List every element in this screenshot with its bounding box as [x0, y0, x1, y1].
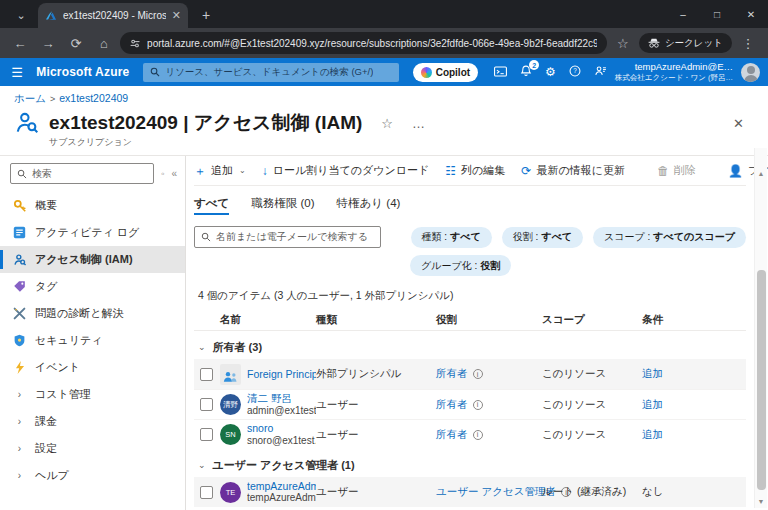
azure-brand[interactable]: Microsoft Azure: [36, 65, 129, 79]
back-button[interactable]: ←: [8, 31, 32, 55]
title-more-icon[interactable]: …: [412, 116, 426, 131]
portal-menu-icon[interactable]: ☰: [6, 65, 28, 80]
settings-gear-icon[interactable]: ⚙: [545, 66, 556, 78]
row-checkbox[interactable]: [200, 398, 213, 411]
principal-name-link[interactable]: snoro: [247, 422, 316, 435]
browser-window: ⌄ ex1test202409 - Microsoft Azur ✕ + – □…: [0, 0, 768, 510]
delete-button[interactable]: 🗑 削除: [657, 163, 696, 178]
pill-label: 役割 :: [513, 230, 539, 244]
tab-search-button[interactable]: ⌄: [8, 4, 34, 26]
cloud-shell-icon[interactable]: [494, 66, 507, 79]
info-icon[interactable]: i: [473, 369, 483, 379]
sidebar-item-billing[interactable]: › 課金: [0, 408, 185, 435]
sidebar-item-label: タグ: [35, 279, 58, 294]
sidebar-search-input[interactable]: 検索: [10, 163, 154, 184]
browser-menu-icon[interactable]: ⋮: [736, 31, 760, 55]
window-close-button[interactable]: ✕: [734, 0, 768, 28]
user-avatar: SN: [220, 424, 241, 445]
reload-button[interactable]: ⟳: [64, 31, 88, 55]
role-link[interactable]: 所有者: [436, 398, 468, 412]
scroll-down-icon[interactable]: ▼: [755, 496, 767, 508]
scrollbar-thumb[interactable]: [757, 270, 766, 490]
account-info[interactable]: tempAzureAdmin@E… 株式会社エクシード・ワン (野呂…: [615, 61, 733, 82]
col-type[interactable]: 種類: [316, 313, 436, 327]
add-button[interactable]: ＋ 追加 ⌄: [194, 163, 246, 178]
role-link[interactable]: 所有者: [436, 367, 468, 381]
principal-name-link[interactable]: tempAzureAdmin: [247, 480, 316, 493]
sidebar-item-tags[interactable]: タグ: [0, 273, 185, 300]
sidebar-item-events[interactable]: イベント: [0, 354, 185, 381]
sidebar-item-diagnose[interactable]: 問題の診断と解決: [0, 300, 185, 327]
sidebar-item-settings[interactable]: › 設定: [0, 435, 185, 462]
blade-close-icon[interactable]: ✕: [733, 116, 744, 131]
notifications-bell-icon[interactable]: 2: [520, 65, 532, 79]
browser-tab[interactable]: ex1test202409 - Microsoft Azur ✕: [38, 3, 188, 28]
sidebar-item-help[interactable]: › ヘルプ: [0, 462, 185, 489]
refresh-button[interactable]: ⟳ 最新の情報に更新: [521, 163, 625, 178]
sidebar-item-activity-log[interactable]: アクティビティ ログ: [0, 219, 185, 246]
table-row[interactable]: SN snoro snoro@ex1test… ユーザー 所有者i このリソース…: [194, 419, 746, 449]
group-header-user-access-admin[interactable]: ⌄ ユーザー アクセス管理者 (1): [194, 453, 746, 477]
tab-privileged[interactable]: 特権あり (4): [337, 196, 401, 218]
feedback-icon[interactable]: [594, 65, 607, 79]
sidebar-item-access-control-iam[interactable]: アクセス制御 (IAM): [0, 246, 185, 273]
info-icon[interactable]: i: [473, 400, 483, 410]
sidebar-item-security[interactable]: セキュリティ: [0, 327, 185, 354]
window-maximize-button[interactable]: □: [700, 0, 734, 28]
cell-type: ユーザー: [316, 398, 436, 412]
sidebar-item-label: ヘルプ: [35, 468, 69, 483]
principal-name-link[interactable]: Foreign Principal f: [247, 368, 316, 381]
home-button[interactable]: ⌂: [92, 31, 116, 55]
bookmark-star-icon[interactable]: ☆: [611, 31, 635, 55]
filter-pill-role[interactable]: 役割 :すべて: [502, 227, 583, 248]
breadcrumb-home-link[interactable]: ホーム: [14, 92, 46, 104]
tab-all[interactable]: すべて: [194, 196, 229, 218]
site-info-icon[interactable]: [130, 38, 140, 49]
tab-job-function[interactable]: 職務権限 (0): [251, 196, 314, 218]
avatar-initials: 清野: [223, 400, 238, 410]
window-minimize-button[interactable]: –: [666, 0, 700, 28]
scroll-up-icon[interactable]: ▲: [755, 168, 767, 180]
role-link[interactable]: ユーザー アクセス管理者: [436, 485, 556, 499]
sidebar-collapse-icon[interactable]: «: [171, 168, 177, 179]
col-scope[interactable]: スコープ: [542, 313, 642, 327]
sidebar-item-cost-management[interactable]: › コスト管理: [0, 381, 185, 408]
info-icon[interactable]: i: [473, 430, 483, 440]
sidebar-options-icon[interactable]: ◦: [161, 168, 165, 179]
account-avatar[interactable]: [741, 63, 760, 82]
edit-columns-button[interactable]: ☷ 列の編集: [445, 163, 505, 178]
principal-name-link[interactable]: 清二 野呂: [247, 392, 316, 405]
col-role[interactable]: 役割: [436, 313, 542, 327]
help-icon[interactable]: ?: [569, 65, 581, 79]
condition-link[interactable]: 追加: [642, 428, 746, 442]
col-name[interactable]: 名前: [220, 313, 316, 327]
filter-pill-type[interactable]: 種類 :すべて: [411, 227, 492, 248]
col-condition[interactable]: 条件: [642, 313, 746, 327]
cell-scope: ルート (継承済み): [542, 485, 642, 499]
row-checkbox[interactable]: [200, 368, 213, 381]
table-row[interactable]: Foreign Principal f 外部プリンシパル 所有者i このリソース…: [194, 359, 746, 389]
row-checkbox[interactable]: [200, 428, 213, 441]
address-bar[interactable]: portal.azure.com/#@Ex1test202409.xyz/res…: [120, 32, 607, 54]
tab-close-icon[interactable]: ✕: [172, 9, 181, 22]
sidebar-item-overview[interactable]: 概要: [0, 192, 185, 219]
filter-pill-scope[interactable]: スコープ :すべてのスコープ: [593, 227, 746, 248]
role-link[interactable]: 所有者: [436, 428, 468, 442]
name-search-input[interactable]: 名前または電子メールで検索する: [194, 226, 381, 248]
condition-link[interactable]: 追加: [642, 398, 746, 412]
group-header-owners[interactable]: ⌄ 所有者 (3): [194, 335, 746, 359]
condition-link[interactable]: 追加: [642, 367, 746, 381]
new-tab-button[interactable]: +: [194, 3, 218, 27]
filter-pill-groupby[interactable]: グループ化 :役割: [410, 255, 511, 276]
forward-button[interactable]: →: [36, 31, 60, 55]
global-search-input[interactable]: リソース、サービス、ドキュメントの検索 (G+/): [143, 63, 398, 82]
download-role-assignments-button[interactable]: ↓ ロール割り当てのダウンロード: [262, 163, 430, 178]
favorite-star-icon[interactable]: ☆: [381, 116, 393, 131]
breadcrumb-current-link[interactable]: ex1test202409: [59, 92, 128, 104]
table-row[interactable]: TE tempAzureAdmin tempAzureAdm… ユーザー ユーザ…: [194, 477, 746, 507]
azure-topbar: ☰ Microsoft Azure リソース、サービス、ドキュメントの検索 (G…: [0, 58, 768, 86]
row-checkbox[interactable]: [200, 486, 213, 499]
vertical-scrollbar[interactable]: ▲ ▼: [754, 148, 767, 508]
copilot-button[interactable]: Copilot: [413, 63, 478, 82]
table-row[interactable]: 清野 清二 野呂 admin@ex1test… ユーザー 所有者i このリソース…: [194, 389, 746, 419]
